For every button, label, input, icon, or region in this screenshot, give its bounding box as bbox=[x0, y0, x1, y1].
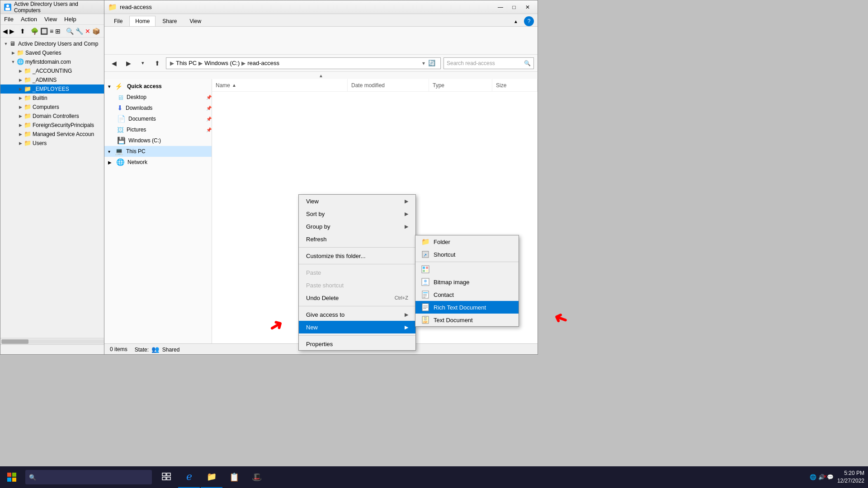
addr-thispc[interactable]: This PC bbox=[176, 60, 197, 66]
ctx-refresh[interactable]: Refresh bbox=[299, 233, 415, 245]
address-bar[interactable]: ▶ This PC ▶ Windows (C:) ▶ read-access ▾… bbox=[166, 57, 441, 69]
nav-quick-access-header[interactable]: ▾ ⚡ Quick access bbox=[104, 81, 212, 92]
tree-acc-icon: 📁 bbox=[24, 67, 31, 75]
tree-domain[interactable]: ▼ 🌐 myfirstdomain.com bbox=[0, 57, 108, 66]
ctx-group-by[interactable]: Group by ▶ bbox=[299, 220, 415, 233]
minimize-button[interactable]: — bbox=[494, 3, 507, 12]
menu-action[interactable]: Action bbox=[17, 15, 41, 23]
toolbar-forward[interactable]: ▶ bbox=[9, 26, 15, 36]
nav-desktop[interactable]: 🖥 Desktop 📌 bbox=[104, 92, 212, 103]
ribbon-tab-view[interactable]: View bbox=[184, 16, 207, 26]
aduc-scrollbar-h[interactable] bbox=[0, 338, 108, 344]
taskbar-explorer[interactable]: 📁 bbox=[201, 466, 222, 488]
tree-domain-controllers[interactable]: ▶ 📁 Domain Controllers bbox=[0, 112, 108, 121]
ctx-give-access[interactable]: Give access to ▶ bbox=[299, 308, 415, 321]
toolbar-filter[interactable]: 🔧 bbox=[75, 26, 84, 36]
tree-builtin[interactable]: ▶ 📁 Builtin bbox=[0, 94, 108, 103]
tree-admins[interactable]: ▶ 📁 _ADMINS bbox=[0, 75, 108, 84]
toolbar-icon[interactable]: 🔲 bbox=[40, 26, 48, 36]
ctx-customize[interactable]: Customize this folder... bbox=[299, 249, 415, 262]
ctx-give-access-arrow: ▶ bbox=[405, 312, 408, 318]
svg-point-10 bbox=[424, 280, 427, 282]
taskbar-search[interactable]: 🔍 bbox=[25, 470, 152, 484]
taskbar-task-view[interactable] bbox=[156, 466, 177, 488]
tree-sq-label: Saved Queries bbox=[25, 50, 61, 56]
ctx-paste-shortcut[interactable]: Paste shortcut bbox=[299, 279, 415, 291]
tree-root[interactable]: ▼ 🖥 Active Directory Users and Comp bbox=[0, 39, 108, 48]
menu-file[interactable]: File bbox=[0, 15, 17, 23]
nav-this-pc[interactable]: ▾ 💻 This PC bbox=[104, 146, 212, 157]
addr-dropdown[interactable]: ▾ bbox=[422, 60, 425, 66]
sub-bitmap[interactable] bbox=[415, 263, 519, 276]
sub-zip[interactable]: ZIP Text Document bbox=[415, 314, 519, 326]
tree-employees[interactable]: ▶ 📁 _EMPLOYEES bbox=[0, 84, 108, 94]
tree-fsp[interactable]: ▶ 📁 ForeignSecurityPrincipals bbox=[0, 121, 108, 130]
tree-usr-label: Users bbox=[33, 140, 47, 146]
ctx-view[interactable]: View ▶ bbox=[299, 195, 415, 207]
col-date-header[interactable]: Date modified bbox=[348, 79, 429, 91]
toolbar-find[interactable]: 🔍 bbox=[66, 26, 74, 36]
toolbar-up[interactable]: ⬆ bbox=[19, 26, 26, 36]
tree-domain-label: myfirstdomain.com bbox=[25, 59, 71, 65]
nav-windows-c[interactable]: 💾 Windows (C:) bbox=[104, 135, 212, 146]
menu-view[interactable]: View bbox=[41, 15, 61, 23]
start-button[interactable] bbox=[0, 466, 24, 488]
toolbar-show-tree[interactable]: 🌳 bbox=[30, 26, 39, 36]
ctx-paste[interactable]: Paste bbox=[299, 266, 415, 279]
close-button[interactable]: ✕ bbox=[521, 3, 534, 12]
ribbon-tab-home[interactable]: Home bbox=[129, 16, 156, 26]
maximize-button[interactable]: □ bbox=[508, 3, 520, 12]
addr-folder[interactable]: read-access bbox=[247, 60, 279, 66]
toolbar-list[interactable]: ≡ bbox=[49, 26, 54, 36]
tree-msa[interactable]: ▶ 📁 Managed Service Accoun bbox=[0, 130, 108, 139]
nav-pictures[interactable]: 🖼 Pictures 📌 bbox=[104, 124, 212, 135]
tree-computers[interactable]: ▶ 📁 Computers bbox=[0, 103, 108, 112]
sub-zip-icon: ZIP bbox=[421, 315, 430, 324]
col-size-header[interactable]: Size bbox=[492, 79, 538, 91]
ribbon-collapse[interactable]: ▲ bbox=[509, 17, 522, 26]
search-placeholder: Search read-access bbox=[447, 60, 495, 66]
pictures-pin: 📌 bbox=[206, 127, 212, 132]
nav-forward[interactable]: ▶ bbox=[123, 57, 134, 69]
svg-rect-25 bbox=[7, 473, 11, 477]
sub-shortcut[interactable]: ↗ Shortcut bbox=[415, 248, 519, 261]
taskbar-store[interactable]: 📋 bbox=[223, 466, 245, 488]
menu-help[interactable]: Help bbox=[61, 15, 80, 23]
addr-refresh[interactable]: 🔄 bbox=[427, 58, 437, 68]
tree-saved-queries[interactable]: ▶ 📁 Saved Queries bbox=[0, 48, 108, 57]
help-button[interactable]: ? bbox=[524, 16, 534, 26]
network-expand: ▶ bbox=[108, 160, 112, 165]
ctx-properties[interactable]: Properties bbox=[299, 338, 415, 350]
toolbar-back[interactable]: ◀ bbox=[2, 26, 8, 36]
addr-drive[interactable]: Windows (C:) bbox=[204, 60, 240, 66]
ribbon-tab-share[interactable]: Share bbox=[156, 16, 183, 26]
nav-documents[interactable]: 📄 Documents 📌 bbox=[104, 113, 212, 124]
taskbar-hat[interactable]: 🎩 bbox=[246, 466, 268, 488]
ctx-new[interactable]: New ▶ bbox=[299, 321, 415, 333]
taskbar-ie[interactable]: ℯ bbox=[178, 466, 200, 488]
sub-rich-text[interactable]: Contact bbox=[415, 288, 519, 301]
tray-network: 🌐 bbox=[810, 474, 816, 480]
ctx-sort-by[interactable]: Sort by ▶ bbox=[299, 207, 415, 220]
toolbar-detail[interactable]: ⊞ bbox=[55, 26, 61, 36]
col-type-header[interactable]: Type bbox=[429, 79, 492, 91]
nav-back[interactable]: ◀ bbox=[108, 57, 120, 69]
toolbar-move[interactable]: 📦 bbox=[92, 26, 100, 36]
tree-accounting[interactable]: ▶ 📁 _ACCOUNTING bbox=[0, 66, 108, 75]
tree-users[interactable]: ▶ 📁 Users bbox=[0, 139, 108, 148]
toolbar-red-x[interactable]: ✕ bbox=[85, 26, 91, 36]
search-box[interactable]: Search read-access 🔍 bbox=[443, 57, 534, 69]
sub-text-doc[interactable]: Rich Text Document bbox=[415, 301, 519, 314]
nav-recent[interactable]: ▾ bbox=[137, 57, 149, 69]
col-name-header[interactable]: Name ▲ bbox=[212, 79, 348, 91]
sub-folder[interactable]: 📁 Folder bbox=[415, 235, 519, 248]
nav-downloads[interactable]: ⬇ Downloads 📌 bbox=[104, 103, 212, 113]
sub-contact[interactable]: Bitmap image bbox=[415, 276, 519, 288]
qa-expand: ▾ bbox=[108, 84, 110, 89]
documents-pin: 📌 bbox=[206, 117, 212, 122]
nav-network[interactable]: ▶ 🌐 Network bbox=[104, 157, 212, 168]
ctx-undo-delete[interactable]: Undo Delete Ctrl+Z bbox=[299, 291, 415, 304]
downloads-icon: ⬇ bbox=[117, 104, 123, 112]
nav-up[interactable]: ⬆ bbox=[151, 57, 163, 69]
ribbon-tab-file[interactable]: File bbox=[108, 16, 128, 26]
